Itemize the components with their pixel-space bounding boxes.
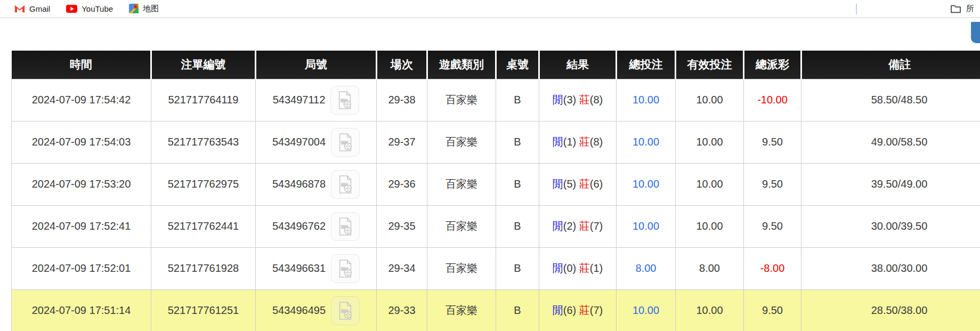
result-player-score: (1) — [563, 136, 576, 148]
all-bookmarks-button[interactable]: 所 — [950, 0, 974, 17]
cell-table-no: B — [496, 121, 539, 163]
bookmark-label: YouTube — [82, 4, 113, 13]
result-player-label: 閒 — [553, 178, 563, 190]
cell-session: 29-34 — [377, 247, 427, 289]
gmail-icon — [14, 5, 25, 13]
cell-session: 29-36 — [377, 163, 427, 205]
cell-valid-bet: 10.00 — [676, 289, 744, 331]
cell-total-bet: 10.00 — [617, 121, 676, 163]
cell-payout: 9.50 — [744, 289, 801, 331]
all-bookmarks-label: 所 — [966, 4, 974, 14]
header-bet-id: 注單編號 — [151, 51, 256, 79]
cell-payout: 9.50 — [744, 205, 801, 247]
cell-bet-id: 521717761251 — [151, 289, 256, 331]
round-number: 543496495 — [272, 304, 326, 317]
header-round: 局號 — [256, 51, 377, 79]
video-file-icon — [336, 90, 354, 110]
cell-table-no: B — [496, 79, 539, 121]
result-banker-label: 莊 — [579, 178, 590, 190]
cell-total-bet: 8.00 — [617, 247, 676, 289]
result-banker-score: (7) — [590, 220, 603, 232]
result-player-score: (6) — [563, 304, 576, 316]
cell-result: 閒(2) 莊(7) — [539, 205, 617, 247]
bookmark-item-youtube[interactable]: YouTube — [66, 4, 113, 13]
cell-remark: 30.00/39.50 — [801, 205, 980, 247]
scrollbar-thumb[interactable] — [971, 22, 980, 43]
total-bet-link[interactable]: 10.00 — [633, 136, 659, 148]
table-body: 2024-07-09 17:54:42 521717764119 5434971… — [12, 79, 980, 331]
round-number: 543496878 — [272, 178, 326, 190]
total-bet-link[interactable]: 10.00 — [633, 220, 659, 232]
cell-round: 543496631 — [256, 247, 377, 289]
total-bet-link[interactable]: 10.00 — [633, 94, 659, 106]
result-player-score: (2) — [563, 220, 576, 232]
result-banker-score: (6) — [590, 178, 603, 190]
bookmark-label: Gmail — [29, 4, 50, 13]
result-banker-score: (8) — [590, 136, 603, 148]
video-replay-button[interactable] — [331, 170, 360, 199]
youtube-icon — [66, 5, 77, 13]
total-bet-link[interactable]: 10.00 — [633, 178, 659, 190]
video-replay-button[interactable] — [331, 254, 360, 283]
cell-result: 閒(0) 莊(1) — [539, 247, 617, 289]
video-replay-button[interactable] — [331, 212, 360, 241]
cell-total-bet: 10.00 — [617, 289, 676, 331]
cell-time: 2024-07-09 17:52:41 — [12, 205, 151, 247]
result-banker-score: (1) — [590, 262, 603, 274]
total-bet-link[interactable]: 8.00 — [636, 262, 657, 274]
cell-session: 29-33 — [377, 289, 427, 331]
header-table-no: 桌號 — [496, 51, 539, 79]
video-file-icon — [336, 259, 354, 279]
cell-round: 543496878 — [256, 163, 377, 205]
table-row: 2024-07-09 17:52:41 521717762441 5434967… — [12, 205, 980, 247]
cell-result: 閒(6) 莊(7) — [539, 289, 617, 331]
table-row: 2024-07-09 17:52:01 521717761928 5434966… — [12, 247, 980, 289]
cell-remark: 28.50/38.00 — [801, 289, 980, 331]
result-banker-label: 莊 — [579, 304, 590, 316]
header-valid-bet: 有效投注 — [676, 51, 744, 79]
header-payout: 總派彩 — [744, 51, 801, 79]
cell-payout: -10.00 — [744, 79, 801, 121]
cell-game-type: 百家樂 — [427, 247, 496, 289]
cell-bet-id: 521717762441 — [151, 205, 256, 247]
cell-time: 2024-07-09 17:53:20 — [12, 163, 151, 205]
bookmark-item-maps[interactable]: 地图 — [129, 4, 159, 14]
video-file-icon — [336, 132, 354, 152]
result-player-label: 閒 — [553, 220, 563, 232]
round-number: 543496631 — [272, 262, 326, 275]
cell-result: 閒(5) 莊(6) — [539, 163, 617, 205]
cell-result: 閒(3) 莊(8) — [539, 79, 617, 121]
cell-valid-bet: 10.00 — [676, 121, 744, 163]
table-row: 2024-07-09 17:53:20 521717762975 5434968… — [12, 163, 980, 205]
cell-valid-bet: 10.00 — [676, 205, 744, 247]
cell-payout: -8.00 — [744, 247, 801, 289]
cell-time: 2024-07-09 17:54:03 — [12, 121, 151, 163]
cell-time: 2024-07-09 17:54:42 — [12, 79, 151, 121]
video-file-icon — [336, 174, 354, 195]
result-player-label: 閒 — [553, 304, 563, 316]
round-number: 543497004 — [272, 136, 326, 148]
cell-valid-bet: 8.00 — [676, 247, 744, 289]
video-replay-button[interactable] — [330, 86, 359, 115]
round-number: 543496762 — [272, 220, 326, 232]
header-remark: 備註 — [801, 51, 980, 79]
header-result: 結果 — [539, 51, 617, 79]
result-player-score: (0) — [563, 262, 576, 274]
header-total-bet: 總投注 — [617, 51, 676, 79]
maps-icon — [129, 4, 139, 13]
table-header-row: 時間 注單編號 局號 場次 遊戲類別 桌號 結果 總投注 有效投注 總派彩 備註 — [12, 51, 980, 79]
result-player-label: 閒 — [553, 262, 563, 274]
result-banker-score: (8) — [590, 94, 603, 106]
result-banker-label: 莊 — [579, 262, 590, 274]
video-replay-button[interactable] — [331, 296, 360, 325]
video-replay-button[interactable] — [331, 128, 360, 157]
cell-remark: 49.00/58.50 — [801, 121, 980, 163]
result-banker-score: (7) — [590, 304, 603, 316]
cell-bet-id: 521717762975 — [151, 163, 256, 205]
cell-remark: 58.50/48.50 — [801, 79, 980, 121]
cell-payout: 9.50 — [744, 163, 801, 205]
total-bet-link[interactable]: 10.00 — [633, 304, 659, 316]
bookmark-item-gmail[interactable]: Gmail — [14, 4, 50, 13]
bet-history-table: 時間 注單編號 局號 場次 遊戲類別 桌號 結果 總投注 有效投注 總派彩 備註… — [11, 51, 980, 331]
cell-round: 543497004 — [256, 121, 377, 163]
